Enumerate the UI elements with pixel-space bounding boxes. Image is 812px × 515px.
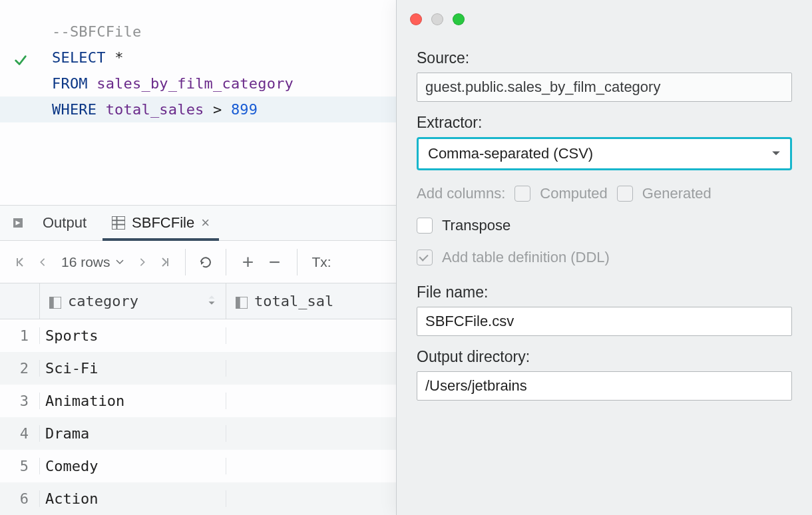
column-title: total_sal bbox=[254, 293, 333, 309]
row-count-text: 16 rows bbox=[61, 254, 110, 270]
transpose-label: Transpose bbox=[442, 217, 510, 234]
sql-comment: --SBFCFile bbox=[52, 23, 141, 40]
tab-label: Output bbox=[43, 214, 87, 232]
output-dir-label: Output directory: bbox=[417, 348, 792, 366]
row-number: 5 bbox=[0, 458, 40, 474]
file-name-label: File name: bbox=[417, 283, 792, 301]
close-icon[interactable]: × bbox=[201, 214, 210, 232]
cell-category[interactable]: Sci-Fi bbox=[40, 360, 226, 377]
table-icon bbox=[112, 216, 125, 230]
tx-label: Tx: bbox=[308, 254, 331, 270]
extractor-label: Extractor: bbox=[417, 114, 792, 132]
svg-rect-1 bbox=[112, 216, 125, 230]
row-count-label[interactable]: 16 rows bbox=[56, 254, 129, 270]
column-icon bbox=[49, 295, 61, 307]
generated-label: Generated bbox=[642, 185, 711, 202]
source-label: Source: bbox=[417, 49, 792, 67]
svg-rect-8 bbox=[236, 297, 240, 309]
sql-keyword: SELECT bbox=[52, 49, 114, 66]
row-number: 1 bbox=[0, 327, 40, 344]
cell-category[interactable]: Comedy bbox=[40, 458, 226, 474]
sql-identifier: total_sales bbox=[106, 101, 204, 118]
sql-keyword: FROM bbox=[52, 75, 97, 92]
sql-number: 899 bbox=[231, 101, 258, 118]
extractor-value: Comma-separated (CSV) bbox=[428, 145, 593, 162]
first-page-button[interactable] bbox=[11, 253, 29, 271]
sql-identifier: sales_by_film_category bbox=[97, 75, 294, 92]
separator bbox=[226, 249, 226, 275]
ddl-checkbox bbox=[417, 250, 433, 265]
computed-checkbox bbox=[514, 186, 530, 202]
file-name-field[interactable] bbox=[417, 307, 792, 336]
separator bbox=[297, 249, 298, 275]
add-columns-row: Add columns: Computed Generated bbox=[417, 185, 792, 202]
row-number-header bbox=[0, 283, 40, 319]
ddl-label: Add table definition (DDL) bbox=[442, 249, 610, 266]
export-dialog: Source: Extractor: Comma-separated (CSV)… bbox=[396, 0, 812, 515]
add-row-button[interactable]: + bbox=[237, 251, 260, 273]
extractor-select[interactable]: Comma-separated (CSV) bbox=[417, 137, 792, 170]
column-header-category[interactable]: category bbox=[40, 283, 226, 319]
cell-category[interactable]: Action bbox=[40, 490, 226, 507]
column-icon bbox=[236, 295, 248, 307]
tab-label: SBFCFile bbox=[132, 214, 194, 232]
chevron-down-icon bbox=[116, 258, 124, 266]
ddl-row: Add table definition (DDL) bbox=[417, 249, 792, 266]
output-dir-field[interactable] bbox=[417, 371, 792, 401]
transpose-checkbox[interactable] bbox=[417, 218, 433, 234]
row-number: 2 bbox=[0, 360, 40, 377]
minimize-window-button bbox=[431, 13, 443, 25]
remove-row-button[interactable]: − bbox=[264, 251, 286, 273]
cell-category[interactable]: Drama bbox=[40, 425, 226, 442]
column-title: category bbox=[68, 293, 138, 309]
row-number: 3 bbox=[0, 393, 40, 409]
separator bbox=[185, 249, 186, 275]
prev-page-button[interactable] bbox=[33, 253, 52, 271]
sort-indicator-icon[interactable] bbox=[207, 293, 216, 309]
next-page-button[interactable] bbox=[133, 253, 152, 271]
add-columns-label: Add columns: bbox=[417, 185, 505, 202]
chevron-down-icon bbox=[771, 149, 781, 158]
sql-star: * bbox=[114, 49, 123, 66]
statement-ok-check-icon bbox=[13, 53, 29, 69]
row-number: 6 bbox=[0, 490, 40, 507]
last-page-button[interactable] bbox=[156, 253, 174, 271]
sql-operator: > bbox=[204, 101, 231, 118]
refresh-button[interactable] bbox=[196, 253, 215, 271]
source-field[interactable] bbox=[417, 73, 792, 102]
close-window-button[interactable] bbox=[410, 13, 422, 25]
zoom-window-button[interactable] bbox=[453, 13, 465, 25]
generated-checkbox bbox=[617, 186, 633, 202]
transpose-row: Transpose bbox=[417, 217, 792, 234]
computed-label: Computed bbox=[540, 185, 608, 202]
cell-category[interactable]: Sports bbox=[40, 327, 226, 344]
sql-keyword: WHERE bbox=[52, 101, 106, 118]
traffic-lights bbox=[397, 0, 812, 25]
svg-rect-6 bbox=[49, 297, 54, 309]
row-number: 4 bbox=[0, 425, 40, 442]
tab-output[interactable]: Output bbox=[33, 206, 96, 240]
cell-category[interactable]: Animation bbox=[40, 393, 226, 409]
run-output-icon[interactable] bbox=[9, 214, 27, 232]
tab-sbfcfile[interactable]: SBFCFile × bbox=[102, 206, 219, 240]
